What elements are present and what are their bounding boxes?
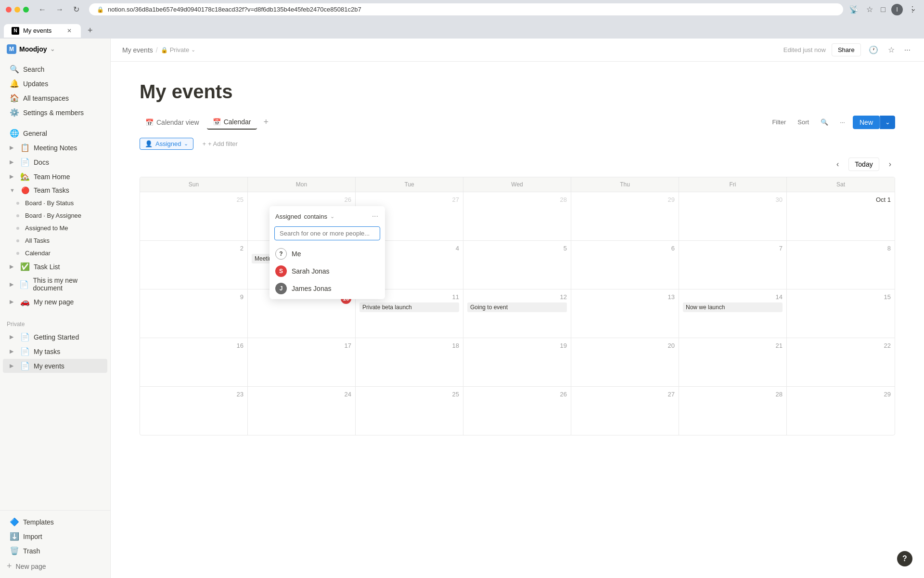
tab-close-button[interactable]: ✕ — [65, 27, 73, 35]
sidebar-item-team-home[interactable]: ▶ 🏡 Team Home — [3, 170, 107, 184]
new-tab-button[interactable]: + — [83, 23, 98, 39]
filter-button[interactable]: Filter — [768, 117, 790, 128]
cal-cell-20[interactable]: 20 — [571, 338, 679, 386]
sidebar-item-getting-started[interactable]: ▶ 📄 Getting Started — [3, 330, 107, 344]
cal-cell-28-sep[interactable]: 28 — [463, 192, 571, 240]
today-button[interactable]: Today — [848, 158, 879, 171]
cal-cell-26[interactable]: 26 — [463, 387, 571, 435]
cal-cell-29-sep[interactable]: 29 — [571, 192, 679, 240]
sidebar-item-docs[interactable]: ▶ 📄 Docs — [3, 155, 107, 169]
cal-cell-5[interactable]: 5 — [463, 241, 571, 289]
cal-event-private-beta[interactable]: Private beta launch — [359, 302, 459, 312]
sidebar-item-my-events[interactable]: ▶ 📄 My events — [3, 359, 107, 373]
sidebar-item-new-document[interactable]: ▶ 📄 This is my new document — [3, 274, 107, 294]
search-button[interactable]: 🔍 — [817, 117, 832, 128]
cal-cell-19[interactable]: 19 — [463, 338, 571, 386]
cal-cell-12[interactable]: 12 Going to event — [463, 289, 571, 338]
cal-event-now-we-launch[interactable]: Now we launch — [683, 302, 783, 312]
tab-list-button[interactable]: ⌄ — [910, 4, 916, 13]
cast-icon[interactable]: 📡 — [847, 3, 860, 16]
cal-cell-23[interactable]: 23 — [140, 387, 248, 435]
cal-cell-6[interactable]: 6 — [571, 241, 679, 289]
cal-cell-22[interactable]: 22 — [787, 338, 895, 386]
help-button[interactable]: ? — [897, 551, 912, 566]
sidebar-item-import[interactable]: ⬇️ Import — [3, 529, 107, 543]
cal-cell-8[interactable]: 8 — [787, 241, 895, 289]
add-view-button[interactable]: + — [259, 114, 274, 130]
dot-board-assignee — [16, 214, 19, 217]
traffic-light-minimize[interactable] — [14, 7, 20, 13]
sidebar-item-templates[interactable]: 🔷 Templates — [3, 515, 107, 529]
traffic-light-maximize[interactable] — [23, 7, 29, 13]
cal-cell-7[interactable]: 7 — [679, 241, 787, 289]
new-button-dropdown[interactable]: ⌄ — [880, 116, 895, 129]
nav-back-button[interactable]: ← — [35, 3, 50, 16]
traffic-light-close[interactable] — [6, 7, 12, 13]
filter-more-button[interactable]: ··· — [371, 211, 379, 222]
sidebar-item-my-new-page[interactable]: ▶ 🚗 My new page — [3, 295, 107, 309]
cal-cell-17[interactable]: 17 — [248, 338, 356, 386]
cal-cell-25-sep[interactable]: 25 — [140, 192, 248, 240]
star-page-icon[interactable]: ☆ — [886, 43, 897, 56]
add-filter-button[interactable]: + + Add filter — [197, 138, 242, 149]
workspace-name[interactable]: M Moodjoy ⌄ — [7, 44, 55, 54]
filter-option-me[interactable]: ? Me — [270, 245, 385, 263]
sidebar-item-updates[interactable]: 🔔 Updates — [3, 77, 107, 91]
filter-option-james[interactable]: J James Jonas — [270, 280, 385, 297]
cal-cell-2[interactable]: 2 — [140, 241, 248, 289]
cal-cell-29[interactable]: 29 — [787, 387, 895, 435]
sidebar-item-settings[interactable]: ⚙️ Settings & members — [3, 105, 107, 119]
sidebar-item-all-teamspaces[interactable]: 🏠 All teamspaces — [3, 91, 107, 105]
nav-forward-button[interactable]: → — [52, 3, 67, 16]
more-options-icon[interactable]: ··· — [902, 44, 912, 56]
cal-cell-9[interactable]: 9 — [140, 289, 248, 338]
assigned-filter-chip[interactable]: 👤 Assigned ⌄ — [140, 138, 193, 150]
sort-button[interactable]: Sort — [794, 117, 813, 128]
filter-option-sarah[interactable]: S Sarah Jonas — [270, 263, 385, 280]
cal-cell-27[interactable]: 27 — [571, 387, 679, 435]
sidebar-item-general[interactable]: 🌐 General — [3, 126, 107, 140]
cal-cell-30-sep[interactable]: 30 — [679, 192, 787, 240]
sidebar-item-my-tasks[interactable]: ▶ 📄 My tasks — [3, 344, 107, 358]
sidebar-item-assigned-to-me[interactable]: Assigned to Me — [3, 222, 107, 234]
cal-prev-button[interactable]: ‹ — [833, 158, 843, 171]
cal-event-going-to-event[interactable]: Going to event — [467, 302, 567, 312]
tab-calendar[interactable]: 📅 Calendar — [207, 115, 257, 130]
sidebar-item-board-status[interactable]: Board · By Status — [3, 197, 107, 209]
cal-cell-13[interactable]: 13 — [571, 289, 679, 338]
sidebar-item-calendar[interactable]: Calendar — [3, 247, 107, 259]
cal-cell-21[interactable]: 21 — [679, 338, 787, 386]
extension-icon[interactable]: □ — [879, 3, 887, 16]
tab-calendar-view[interactable]: 📅 Calendar view — [140, 116, 205, 129]
dropdown-chevron[interactable]: ⌄ — [330, 213, 334, 220]
cal-cell-oct1[interactable]: Oct 1 — [787, 192, 895, 240]
history-icon[interactable]: 🕐 — [867, 43, 880, 56]
more-button[interactable]: ··· — [836, 117, 849, 128]
sidebar-item-meeting-notes[interactable]: ▶ 📋 Meeting Notes — [3, 141, 107, 155]
cal-cell-25[interactable]: 25 — [356, 387, 463, 435]
cal-cell-14[interactable]: 14 Now we launch — [679, 289, 787, 338]
share-button[interactable]: Share — [832, 43, 861, 56]
filter-search-input[interactable] — [274, 226, 380, 240]
private-badge[interactable]: 🔒 Private ⌄ — [161, 46, 195, 53]
active-tab[interactable]: N My events ✕ — [4, 24, 81, 38]
sidebar-item-search[interactable]: 🔍 Search — [3, 62, 107, 76]
cal-cell-15[interactable]: 15 — [787, 289, 895, 338]
cal-cell-28[interactable]: 28 — [679, 387, 787, 435]
cal-next-button[interactable]: › — [885, 158, 895, 171]
profile-icon[interactable]: I — [891, 4, 903, 15]
new-button[interactable]: New — [853, 116, 880, 129]
sidebar-item-all-tasks[interactable]: All Tasks — [3, 235, 107, 247]
nav-refresh-button[interactable]: ↻ — [69, 3, 83, 16]
cal-cell-18[interactable]: 18 — [356, 338, 463, 386]
new-page-button[interactable]: + New page — [0, 558, 110, 574]
sidebar-item-team-tasks[interactable]: ▼ 🔴 Team Tasks — [3, 184, 107, 197]
browser-chrome: ← → ↻ 🔒 notion.so/36d8a1be657e49d0940178… — [0, 0, 924, 39]
address-bar[interactable]: 🔒 notion.so/36d8a1be657e49d0940178c18eac… — [89, 3, 843, 15]
sidebar-item-task-list[interactable]: ▶ ✅ Task List — [3, 260, 107, 274]
cal-cell-24[interactable]: 24 — [248, 387, 356, 435]
cal-cell-16[interactable]: 16 — [140, 338, 248, 386]
star-icon[interactable]: ☆ — [864, 3, 875, 16]
sidebar-item-board-assignee[interactable]: Board · By Assignee — [3, 210, 107, 222]
sidebar-item-trash[interactable]: 🗑️ Trash — [3, 544, 107, 558]
